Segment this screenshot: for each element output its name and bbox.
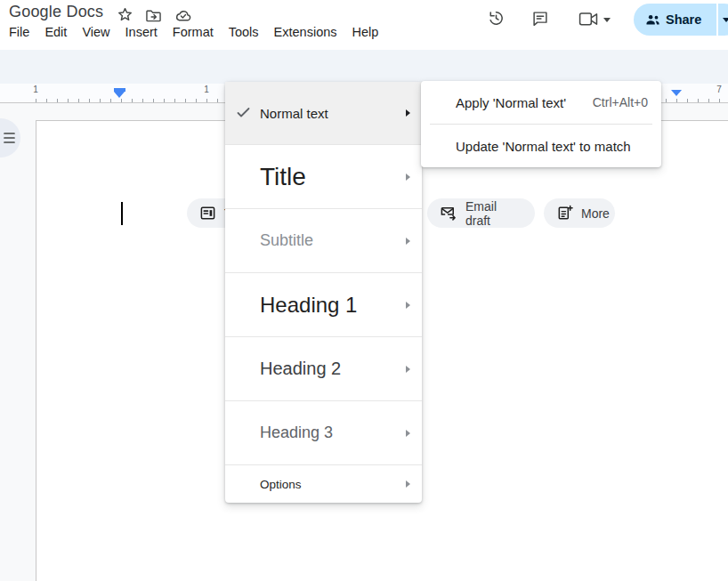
menu-insert[interactable]: Insert: [125, 25, 158, 39]
chip-more[interactable]: More: [544, 198, 615, 228]
menu-help[interactable]: Help: [352, 25, 379, 39]
chip-label: Email draft: [465, 199, 521, 228]
styles-menu: Normal text Title Subtitle Heading 1 Hea…: [225, 82, 422, 503]
menu-tools[interactable]: Tools: [229, 25, 259, 39]
toolbar: 100% Normal text Arial − 11 +: [0, 50, 728, 84]
chip-email-draft[interactable]: Email draft: [427, 198, 535, 228]
ruler-label: 7: [714, 85, 724, 94]
share-dropdown-icon[interactable]: [723, 18, 728, 22]
ruler-label: 1: [201, 85, 212, 94]
join-call-caret-icon[interactable]: [603, 18, 611, 22]
share-divider: [716, 4, 718, 36]
submenu-arrow-icon: [406, 430, 410, 437]
styles-menu-item-heading-2[interactable]: Heading 2: [225, 337, 422, 401]
comments-icon[interactable]: [530, 9, 550, 28]
style-label: Options: [260, 478, 302, 491]
people-icon: [644, 12, 661, 28]
templates-icon: [199, 205, 216, 222]
header: Google Docs File Edit View Insert Format…: [0, 0, 728, 50]
version-history-icon[interactable]: [486, 8, 506, 28]
submenu-arrow-icon: [406, 366, 410, 373]
menu-file[interactable]: File: [9, 25, 29, 39]
share-button[interactable]: Share: [634, 4, 728, 36]
styles-menu-item-heading-3[interactable]: Heading 3: [225, 401, 422, 465]
cloud-check-icon[interactable]: [174, 8, 192, 23]
style-label: Subtitle: [260, 231, 313, 250]
move-folder-icon[interactable]: [145, 8, 162, 23]
apply-shortcut: Ctrl+Alt+0: [593, 95, 648, 109]
styles-menu-item-subtitle[interactable]: Subtitle: [225, 209, 422, 273]
menu-bar: File Edit View Insert Format Tools Exten…: [9, 25, 378, 39]
menu-format[interactable]: Format: [173, 25, 214, 39]
style-label: Heading 3: [260, 424, 333, 442]
app-title[interactable]: Google Docs: [9, 3, 103, 21]
styles-menu-item-heading-1[interactable]: Heading 1: [225, 273, 422, 337]
submenu-item-update[interactable]: Update 'Normal text' to match: [421, 125, 661, 167]
submenu-arrow-icon: [406, 238, 410, 245]
chip-label: More: [581, 206, 610, 221]
menu-extensions[interactable]: Extensions: [274, 25, 337, 39]
left-indent-marker[interactable]: [114, 92, 125, 98]
menu-view[interactable]: View: [82, 25, 109, 39]
google-docs-window: Google Docs File Edit View Insert Format…: [0, 0, 728, 581]
submenu-arrow-icon: [406, 173, 410, 181]
note-add-icon: [556, 205, 573, 222]
outline-icon: [4, 132, 18, 144]
submenu-arrow-icon: [406, 109, 410, 117]
email-draft-icon: [440, 205, 457, 222]
style-label: Normal text: [260, 106, 328, 121]
submenu-item-apply[interactable]: Apply 'Normal text' Ctrl+Alt+0: [421, 81, 661, 124]
ruler-label: 1: [30, 85, 41, 94]
style-label: Heading 1: [260, 293, 357, 318]
style-label: Title: [260, 163, 306, 191]
submenu-arrow-icon: [406, 480, 410, 488]
normal-text-submenu: Apply 'Normal text' Ctrl+Alt+0 Update 'N…: [421, 81, 661, 167]
styles-menu-item-options[interactable]: Options: [225, 465, 422, 503]
show-outline-button[interactable]: [0, 118, 20, 157]
styles-menu-item-normal-text[interactable]: Normal text: [225, 82, 422, 145]
star-icon[interactable]: [117, 6, 133, 23]
styles-menu-item-title[interactable]: Title: [225, 145, 422, 209]
update-label: Update 'Normal text' to match: [456, 139, 631, 154]
check-icon: [236, 105, 251, 120]
apply-label: Apply 'Normal text': [456, 95, 566, 110]
submenu-arrow-icon: [406, 302, 410, 309]
style-label: Heading 2: [260, 359, 341, 379]
right-indent-marker[interactable]: [671, 90, 682, 96]
menu-edit[interactable]: Edit: [44, 25, 67, 39]
video-camera-icon[interactable]: [578, 12, 599, 27]
text-cursor: [121, 202, 123, 225]
share-label: Share: [666, 12, 701, 27]
